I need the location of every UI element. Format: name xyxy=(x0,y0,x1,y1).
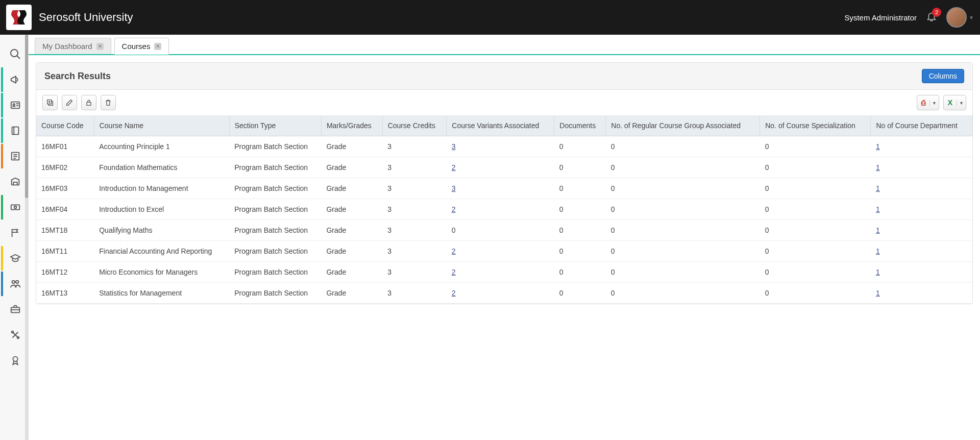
certificate-icon xyxy=(10,355,21,366)
cell-course-variants-link[interactable]: 2 xyxy=(452,247,456,255)
cell-regular-group: 0 xyxy=(606,157,760,178)
cell-department: 1 xyxy=(871,157,972,178)
cell-course-variants-link[interactable]: 3 xyxy=(452,142,456,151)
cell-department-link[interactable]: 1 xyxy=(876,268,880,276)
table-row[interactable]: 16MF02Foundation MathematicsProgram Batc… xyxy=(36,157,972,178)
graduate-icon xyxy=(10,253,21,264)
cell-regular-group: 0 xyxy=(606,241,760,262)
cell-department: 1 xyxy=(871,241,972,262)
cell-course-name: Introduction to Management xyxy=(94,178,229,199)
cell-course-code: 16MF02 xyxy=(36,157,94,178)
cell-department-link[interactable]: 1 xyxy=(876,226,880,234)
sidebar-users[interactable] xyxy=(1,272,28,296)
tab-label: My Dashboard xyxy=(42,42,92,51)
col-marks-grades[interactable]: Marks/Grades xyxy=(321,115,382,136)
svg-rect-14 xyxy=(87,102,91,105)
cell-department: 1 xyxy=(871,136,972,157)
cell-course-variants-link[interactable]: 2 xyxy=(452,163,456,172)
cell-section-type: Program Batch Section xyxy=(229,262,321,283)
table-row[interactable]: 16MT13Statistics for ManagementProgram B… xyxy=(36,283,972,304)
col-course-variants[interactable]: Course Variants Associated xyxy=(447,115,554,136)
tab-my-dashboard[interactable]: My Dashboard ✕ xyxy=(35,38,111,54)
sidebar-search[interactable] xyxy=(1,42,28,66)
cell-course-name: Accounting Principle 1 xyxy=(94,136,229,157)
sidebar-jobs[interactable] xyxy=(1,297,28,322)
grid-wrapper[interactable]: Course Code Course Name Section Type Mar… xyxy=(36,115,972,304)
table-row[interactable]: 16MF04Introduction to ExcelProgram Batch… xyxy=(36,199,972,220)
export-excel-button[interactable]: X ▾ xyxy=(943,95,966,110)
sidebar-profile[interactable] xyxy=(1,93,28,117)
cell-department-link[interactable]: 1 xyxy=(876,247,880,255)
cell-marks-grades: Grade xyxy=(321,178,382,199)
col-course-specialization[interactable]: No. of Course Specialization xyxy=(760,115,871,136)
table-row[interactable]: 16MT12Micro Economics for ManagersProgra… xyxy=(36,262,972,283)
close-icon[interactable]: ✕ xyxy=(96,43,104,50)
cell-specialization: 0 xyxy=(760,136,871,157)
sidebar-finance[interactable] xyxy=(1,195,28,219)
cell-course-name: Statistics for Management xyxy=(94,283,229,304)
table-row[interactable]: 16MF01Accounting Principle 1Program Batc… xyxy=(36,136,972,157)
notifications-button[interactable]: 2 xyxy=(926,11,937,24)
cell-department-link[interactable]: 1 xyxy=(876,184,880,192)
cell-section-type: Program Batch Section xyxy=(229,220,321,241)
cell-course-credits: 3 xyxy=(382,157,447,178)
cell-documents: 0 xyxy=(554,136,606,157)
sidebar-certificates[interactable] xyxy=(1,348,28,373)
col-regular-course-group[interactable]: No. of Regular Course Group Associated xyxy=(606,115,760,136)
sidebar-academics[interactable] xyxy=(1,246,28,271)
excel-icon: X xyxy=(944,99,957,107)
cell-documents: 0 xyxy=(554,178,606,199)
col-documents[interactable]: Documents xyxy=(554,115,606,136)
tools-icon xyxy=(10,329,21,340)
cell-course-variants: 3 xyxy=(447,136,554,157)
add-button[interactable] xyxy=(42,95,58,110)
megaphone-icon xyxy=(10,74,21,85)
sidebar-scrollbar[interactable] xyxy=(25,35,28,440)
sidebar-settings[interactable] xyxy=(1,323,28,347)
close-icon[interactable]: ✕ xyxy=(154,43,161,50)
table-row[interactable]: 16MT11Financial Accounting And Reporting… xyxy=(36,241,972,262)
cell-department-link[interactable]: 1 xyxy=(876,205,880,213)
cell-course-variants-link[interactable]: 2 xyxy=(452,268,456,276)
export-pdf-button[interactable]: ⎙ ▾ xyxy=(917,95,939,110)
cell-regular-group: 0 xyxy=(606,178,760,199)
panel-header: Search Results Columns xyxy=(36,63,972,90)
cell-marks-grades: Grade xyxy=(321,157,382,178)
sidebar-courses[interactable] xyxy=(1,118,28,143)
search-icon xyxy=(9,48,21,60)
col-section-type[interactable]: Section Type xyxy=(229,115,321,136)
cell-department-link[interactable]: 1 xyxy=(876,142,880,151)
delete-button[interactable] xyxy=(101,95,116,110)
sidebar-reports[interactable] xyxy=(1,221,28,245)
columns-button[interactable]: Columns xyxy=(922,69,964,83)
cell-department-link[interactable]: 1 xyxy=(876,163,880,172)
tab-bar: My Dashboard ✕ Courses ✕ xyxy=(29,35,980,55)
col-course-credits[interactable]: Course Credits xyxy=(382,115,447,136)
sidebar-library[interactable] xyxy=(1,169,28,194)
cell-course-variants-link[interactable]: 2 xyxy=(452,205,456,213)
user-role-label[interactable]: System Administrator xyxy=(844,13,917,22)
cell-course-credits: 3 xyxy=(382,241,447,262)
col-course-department[interactable]: No of Course Department xyxy=(871,115,972,136)
cell-course-variants-link[interactable]: 2 xyxy=(452,289,456,297)
col-course-name[interactable]: Course Name xyxy=(94,115,229,136)
cell-department-link[interactable]: 1 xyxy=(876,289,880,297)
user-menu[interactable]: ▼ xyxy=(946,7,974,28)
cell-section-type: Program Batch Section xyxy=(229,157,321,178)
col-course-code[interactable]: Course Code xyxy=(36,115,94,136)
cell-documents: 0 xyxy=(554,262,606,283)
cell-course-name: Qualifying Maths xyxy=(94,220,229,241)
sidebar-forms[interactable] xyxy=(1,144,28,168)
sidebar-scroll-thumb[interactable] xyxy=(25,35,28,198)
edit-button[interactable] xyxy=(62,95,77,110)
book-icon xyxy=(10,125,21,136)
table-row[interactable]: 16MF03Introduction to ManagementProgram … xyxy=(36,178,972,199)
sidebar-announcements[interactable] xyxy=(1,67,28,92)
table-row[interactable]: 15MT18Qualifying MathsProgram Batch Sect… xyxy=(36,220,972,241)
tab-courses[interactable]: Courses ✕ xyxy=(114,38,169,55)
cell-section-type: Program Batch Section xyxy=(229,136,321,157)
lock-button[interactable] xyxy=(81,95,96,110)
cell-marks-grades: Grade xyxy=(321,136,382,157)
search-results-panel: Search Results Columns xyxy=(36,62,973,304)
cell-course-variants-link[interactable]: 3 xyxy=(452,184,456,192)
